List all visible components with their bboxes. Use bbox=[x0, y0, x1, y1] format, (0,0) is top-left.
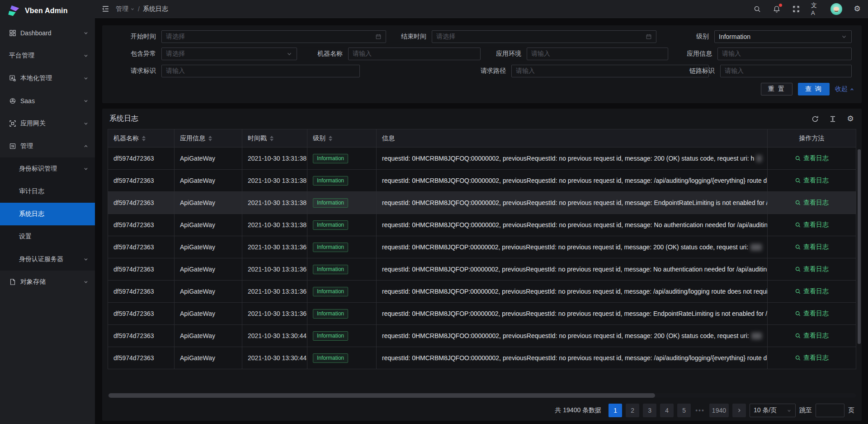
chevron-down-icon bbox=[83, 30, 89, 36]
search-button[interactable]: 查 询 bbox=[798, 83, 830, 95]
translate-icon[interactable]: 文A bbox=[811, 5, 820, 14]
magnifier-icon bbox=[795, 200, 801, 206]
bell-icon[interactable] bbox=[772, 5, 781, 14]
chevron-right-icon bbox=[736, 408, 742, 413]
page-button-1[interactable]: 1 bbox=[609, 404, 622, 417]
main-menu: Dashboard 平台管理 本地化管理 bbox=[0, 22, 95, 293]
table-row: df5974d72363 ApiGateWay 2021-10-30 13:31… bbox=[108, 192, 856, 214]
environment-input[interactable]: 请输入 bbox=[527, 48, 668, 60]
exception-label: 包含异常 bbox=[116, 50, 156, 58]
column-header-timestamp[interactable]: 时间戳 bbox=[242, 129, 307, 147]
page-button-5[interactable]: 5 bbox=[677, 404, 691, 417]
redacted-text bbox=[751, 333, 762, 339]
column-header-level[interactable]: 级别 bbox=[307, 129, 377, 147]
next-page-button[interactable] bbox=[732, 404, 746, 417]
column-header-app[interactable]: 应用信息 bbox=[175, 129, 242, 147]
reset-button[interactable]: 重 置 bbox=[761, 83, 793, 95]
sidebar-item-platform-admin[interactable]: 平台管理 bbox=[0, 44, 95, 67]
sidebar-item-auth-server[interactable]: 身份认证服务器 bbox=[0, 248, 95, 271]
sidebar-item-localization[interactable]: 本地化管理 bbox=[0, 67, 95, 90]
table-row: df5974d72363 ApiGateWay 2021-10-30 13:31… bbox=[108, 281, 856, 303]
view-log-link[interactable]: 查看日志 bbox=[795, 287, 829, 295]
settings-gear-icon[interactable]: ⚙ bbox=[853, 5, 862, 14]
app-title: Vben Admin bbox=[25, 7, 68, 15]
table-row: df5974d72363 ApiGateWay 2021-10-30 13:30… bbox=[108, 325, 856, 347]
level-badge: Information bbox=[313, 331, 348, 341]
avatar[interactable] bbox=[830, 3, 842, 15]
collapse-filters-link[interactable]: 收起 bbox=[835, 85, 854, 93]
column-settings-icon[interactable]: ⚙ bbox=[846, 115, 854, 123]
page-unit-label: 页 bbox=[848, 406, 854, 414]
view-log-link[interactable]: 查看日志 bbox=[795, 243, 829, 251]
pagination-total: 共 19400 条数据 bbox=[555, 406, 601, 414]
pagination-ellipsis[interactable]: ••• bbox=[694, 407, 706, 414]
pagination: 共 19400 条数据 1 2 3 4 5 ••• 1940 10 条/页 跳至… bbox=[109, 404, 854, 417]
sidebar-item-identity-management[interactable]: 身份标识管理 bbox=[0, 157, 95, 180]
start-time-label: 开始时间 bbox=[116, 33, 156, 41]
view-log-link[interactable]: 查看日志 bbox=[795, 354, 829, 362]
sort-icon bbox=[142, 136, 146, 141]
storage-icon bbox=[9, 278, 16, 286]
sidebar-item-object-storage[interactable]: 对象存储 bbox=[0, 271, 95, 293]
calendar-icon bbox=[375, 33, 382, 40]
page-button-2[interactable]: 2 bbox=[626, 404, 639, 417]
chevron-down-icon bbox=[286, 51, 292, 57]
page-content: 开始时间 请选择 结束时间 请选择 bbox=[95, 18, 868, 424]
view-log-link[interactable]: 查看日志 bbox=[795, 154, 829, 162]
trace-id-label: 链路标识 bbox=[678, 67, 715, 75]
manage-submenu: 身份标识管理 审计日志 系统日志 设置 身份认证服务器 bbox=[0, 157, 95, 271]
sidebar-item-manage[interactable]: 管理 bbox=[0, 135, 95, 157]
chevron-up-icon bbox=[849, 87, 854, 92]
chevron-down-icon bbox=[83, 98, 89, 104]
chevron-down-icon bbox=[83, 53, 89, 58]
view-log-link[interactable]: 查看日志 bbox=[795, 310, 829, 318]
table-row: df5974d72363 ApiGateWay 2021-10-30 13:31… bbox=[108, 236, 856, 258]
level-select[interactable]: Information bbox=[714, 30, 852, 43]
level-badge: Information bbox=[313, 176, 348, 186]
view-log-link[interactable]: 查看日志 bbox=[795, 176, 829, 185]
sidebar-item-system-log[interactable]: 系统日志 bbox=[0, 203, 95, 225]
chevron-down-icon bbox=[841, 33, 847, 40]
level-badge: Information bbox=[313, 309, 348, 319]
jump-to-input[interactable] bbox=[816, 404, 844, 417]
calendar-icon bbox=[646, 33, 652, 40]
sidebar-item-dashboard[interactable]: Dashboard bbox=[0, 22, 95, 44]
app-info-input[interactable]: 请输入 bbox=[717, 48, 852, 60]
table-row: df5974d72363 ApiGateWay 2021-10-30 13:31… bbox=[108, 303, 856, 325]
request-path-label: 请求路径 bbox=[464, 67, 506, 75]
start-time-input[interactable]: 请选择 bbox=[161, 30, 386, 43]
view-log-link[interactable]: 查看日志 bbox=[795, 199, 829, 207]
table-vertical-scrollbar[interactable] bbox=[858, 149, 861, 344]
chevron-up-icon bbox=[83, 143, 89, 149]
page-button-3[interactable]: 3 bbox=[643, 404, 656, 417]
request-id-input[interactable]: 请输入 bbox=[161, 65, 360, 77]
end-time-label: 结束时间 bbox=[392, 33, 426, 41]
trace-id-input[interactable]: 请输入 bbox=[720, 65, 852, 77]
page-size-select[interactable]: 10 条/页 bbox=[750, 404, 796, 417]
level-badge: Information bbox=[313, 353, 348, 363]
row-height-icon[interactable] bbox=[829, 115, 837, 123]
breadcrumb-current: 系统日志 bbox=[143, 5, 168, 13]
table-row: df5974d72363 ApiGateWay 2021-10-30 13:31… bbox=[108, 258, 856, 281]
machine-name-input[interactable]: 请输入 bbox=[348, 48, 481, 60]
level-badge: Information bbox=[313, 243, 348, 252]
sidebar-item-audit-log[interactable]: 审计日志 bbox=[0, 180, 95, 203]
sidebar-item-saas[interactable]: Saas bbox=[0, 90, 95, 112]
column-header-machine[interactable]: 机器名称 bbox=[108, 129, 175, 147]
refresh-icon[interactable] bbox=[811, 115, 819, 123]
end-time-input[interactable]: 请选择 bbox=[432, 30, 656, 43]
app-logo[interactable]: Vben Admin bbox=[0, 0, 95, 22]
exception-select[interactable]: 请选择 bbox=[161, 48, 297, 60]
sidebar-item-settings[interactable]: 设置 bbox=[0, 225, 95, 248]
view-log-link[interactable]: 查看日志 bbox=[795, 221, 829, 229]
fullscreen-icon[interactable] bbox=[792, 5, 801, 14]
collapse-sidebar-icon[interactable] bbox=[99, 3, 111, 15]
search-icon[interactable] bbox=[753, 5, 762, 14]
page-button-last[interactable]: 1940 bbox=[709, 404, 729, 417]
sidebar-item-app-gateway[interactable]: 应用网关 bbox=[0, 112, 95, 135]
horizontal-scrollbar-thumb[interactable] bbox=[108, 393, 655, 398]
view-log-link[interactable]: 查看日志 bbox=[795, 265, 829, 273]
view-log-link[interactable]: 查看日志 bbox=[795, 332, 829, 340]
breadcrumb-section[interactable]: 管理 bbox=[116, 5, 135, 13]
page-button-4[interactable]: 4 bbox=[660, 404, 674, 417]
